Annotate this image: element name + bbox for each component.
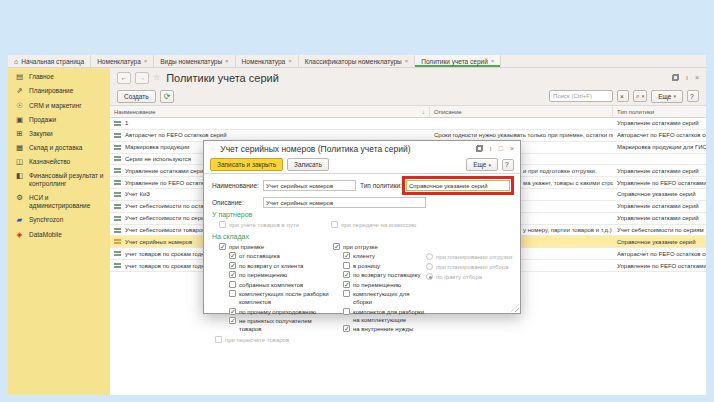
sidebar-item-label: Главное (29, 73, 54, 81)
sidebar: ▤Главное ⇗Планирование ☉CRM и маркетинг … (8, 68, 110, 395)
maximize-icon[interactable]: □ (499, 145, 503, 152)
sidebar-item-main[interactable]: ▤Главное (8, 70, 110, 84)
sidebar-item-administration[interactable]: ⚙НСИ и администрирование (8, 191, 110, 213)
chevron-down-icon: ▾ (642, 93, 645, 99)
tab-label: Виды номенклатуры (160, 58, 222, 65)
dialog-title-bar: ☆ Учет серийных номеров (Политика учета … (204, 141, 520, 156)
create-button[interactable]: Создать (117, 90, 156, 103)
partners-section-header: У партнеров (204, 208, 520, 218)
table-row[interactable]: 1Управление остатками серий (110, 118, 706, 130)
policy-type-field[interactable] (406, 180, 510, 191)
close-icon[interactable]: × (144, 58, 148, 64)
tab-nomenklatura-1[interactable]: Номенклатура × (91, 55, 154, 67)
checkbox-return-from-client[interactable]: по возврату от клиента (229, 262, 333, 270)
warehouse-section-header: На складах (204, 230, 520, 240)
dialog-toolbar: Записать и закрыть Записать Еще▾ ? (204, 156, 520, 174)
open-new-window-icon[interactable] (672, 74, 679, 81)
save-button[interactable]: Записать (287, 158, 329, 171)
checkbox-retail[interactable]: в розницу (343, 262, 426, 270)
sort-down-icon: ↓ (422, 109, 425, 115)
sidebar-item-label: DataMobile (29, 231, 62, 239)
sidebar-item-sales[interactable]: ▣Продажи (8, 113, 110, 127)
tab-klassifikatory[interactable]: Классификаторы номенклатуры × (299, 55, 415, 67)
checkbox-goods-recount: при пересчете товаров (215, 336, 520, 344)
save-and-close-button[interactable]: Записать и закрыть (210, 158, 283, 171)
sidebar-item-datamobile[interactable]: ◈DataMobile (8, 227, 110, 241)
checkbox-internal-needs[interactable]: на внутренние нужды (343, 325, 426, 333)
checkbox-components-after-disassembly[interactable]: комплектующих после разборки комплектов (229, 290, 333, 306)
checkbox-shipment-transfer[interactable]: по перемещению (343, 281, 426, 289)
dialog-title: Учет серийных номеров (Политика учета се… (220, 144, 410, 154)
tab-label: Номенклатура (242, 58, 286, 65)
close-icon[interactable]: × (225, 58, 229, 64)
checkbox-return-to-supplier[interactable]: по возврату поставщику (343, 271, 426, 279)
close-dialog-icon[interactable]: × (510, 145, 514, 152)
column-header-description[interactable]: Описание (430, 106, 613, 117)
checkbox-on-receipt[interactable]: при приемке (219, 243, 333, 251)
desktop: { "icons": { "home":"⌂", "close":"×", "b… (0, 0, 714, 402)
item-marker-icon (114, 156, 121, 161)
search-input[interactable] (549, 90, 613, 102)
minimize-icon[interactable]: ı (686, 74, 688, 81)
description-field[interactable] (263, 197, 426, 208)
sidebar-item-synchrozon[interactable]: ▰Synchrozon (8, 213, 110, 227)
synchrozon-icon: ▰ (15, 216, 24, 224)
back-button[interactable]: ← (117, 72, 131, 84)
column-header-name[interactable]: Наименование↓ (110, 106, 430, 117)
sidebar-item-warehouse[interactable]: ▦Склад и доставка (8, 141, 110, 155)
sidebar-item-crm[interactable]: ☉CRM и маркетинг (8, 98, 110, 112)
list-toolbar: Создать ⟳ × ⌕▾ Еще▾ ? (110, 87, 706, 106)
table-header: Наименование↓ Описание Тип политики (110, 106, 706, 118)
more-button[interactable]: Еще▾ (651, 90, 683, 103)
sidebar-item-treasury[interactable]: ◫Казначейство (8, 155, 110, 169)
chart-icon: ⇗ (15, 87, 24, 95)
sidebar-item-planning[interactable]: ⇗Планирование (8, 84, 110, 98)
open-new-window-icon[interactable] (476, 145, 483, 152)
close-form-icon[interactable]: × (695, 74, 699, 81)
minimize-icon[interactable]: ı (490, 145, 492, 152)
briefcase-icon: ▣ (15, 116, 24, 124)
more-label: Еще (658, 93, 671, 100)
annotation-red-box (402, 176, 514, 195)
partners-options: при учете товаров в пути при передаче на… (204, 218, 520, 230)
checkbox-assembled-kits[interactable]: собранных комплектов (229, 281, 333, 289)
name-field[interactable] (263, 180, 356, 191)
search-clear-button[interactable]: × (617, 90, 629, 102)
favorite-star-icon[interactable]: ☆ (153, 73, 160, 82)
checkbox-to-client[interactable]: клиенту (343, 252, 426, 260)
checkbox-other-capitalization[interactable]: по прочему оприходованию (229, 308, 333, 316)
close-icon[interactable]: × (405, 58, 409, 64)
checkbox-components-for-assembly[interactable]: комплектующих для сборки (343, 290, 426, 306)
tab-politiki-ucheta-seriy[interactable]: Политики учета серий × (415, 55, 501, 67)
sidebar-item-label: Казначейство (29, 158, 70, 166)
checkbox-not-accepted-goods[interactable]: не принятых получателем товаров (229, 317, 333, 333)
favorite-star-icon[interactable]: ☆ (210, 145, 216, 153)
help-button[interactable]: ? (687, 90, 699, 102)
refresh-icon[interactable]: ⟳ (160, 90, 175, 103)
checkbox-receipt-transfer[interactable]: по перемещению (229, 271, 333, 279)
checkbox-kits-for-disassembly[interactable]: комплектов для разборки на комплектующие (343, 308, 426, 324)
search-button[interactable]: ⌕▾ (633, 90, 647, 102)
close-icon[interactable]: × (288, 58, 292, 64)
item-marker-icon (114, 180, 121, 185)
checkbox-on-shipment[interactable]: при отгрузке (333, 243, 426, 251)
dialog-more-button[interactable]: Еще▾ (466, 158, 498, 171)
sidebar-item-finance[interactable]: ◧Финансовый результат и контроллинг (8, 169, 110, 191)
name-field-row: Наименование: Тип политики: (204, 174, 520, 195)
column-header-policy-type[interactable]: Тип политики (613, 106, 706, 117)
page-title: Политики учета серий (166, 72, 279, 84)
item-marker-icon (114, 168, 121, 173)
forward-button[interactable]: → (135, 72, 149, 84)
checkbox-from-supplier[interactable]: от поставщика (229, 252, 333, 260)
dialog-help-button[interactable]: ? (502, 159, 514, 171)
item-marker-icon (114, 216, 121, 221)
close-icon[interactable]: × (491, 58, 495, 64)
sidebar-item-label: CRM и маркетинг (29, 102, 82, 110)
tab-label: Политики учета серий (421, 58, 488, 65)
series-policy-dialog: ☆ Учет серийных номеров (Политика учета … (203, 140, 521, 314)
sidebar-item-purchases[interactable]: ⊞Закупки (8, 127, 110, 141)
tab-home[interactable]: ⌂ Начальная страница (8, 55, 91, 67)
tab-nomenklatura-2[interactable]: Номенклатура × (236, 55, 299, 67)
chevron-down-icon: ▾ (488, 162, 491, 168)
tab-vidy-nomenklatury[interactable]: Виды номенклатуры × (154, 55, 235, 67)
